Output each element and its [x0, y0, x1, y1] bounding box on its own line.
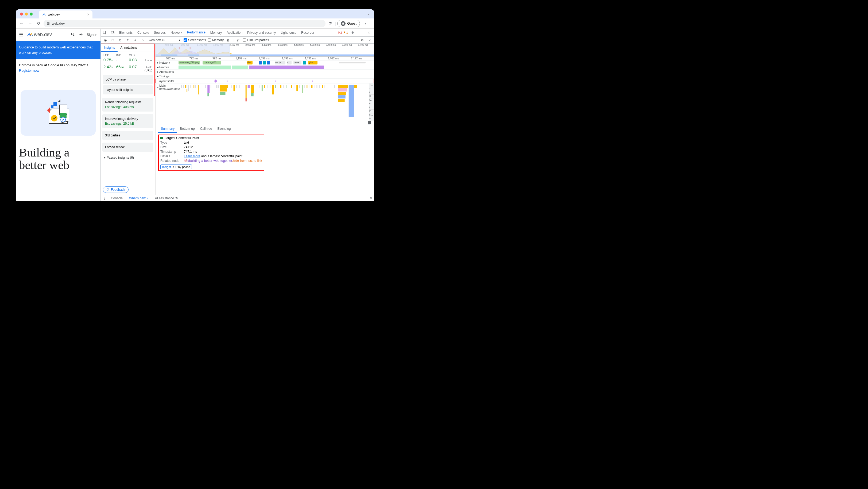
tab-list-button[interactable]: ⌄ — [365, 11, 372, 17]
browser-menu-button[interactable]: ⋮ — [361, 21, 370, 26]
network-chip[interactable] — [267, 61, 270, 64]
detail-tab-bottomup[interactable]: Bottom-up — [177, 125, 197, 133]
minimize-window-button[interactable] — [25, 12, 28, 16]
l-marker: L — [368, 121, 371, 124]
tab-close-icon[interactable]: × — [87, 12, 89, 17]
main-thread-track[interactable]: ▾ Main — https://web.dev/ — [156, 83, 374, 125]
frames-track[interactable]: ▸ Frames — [156, 65, 374, 69]
new-tab-button[interactable]: + — [95, 11, 97, 16]
search-icon[interactable]: 🔍︎ — [70, 32, 75, 37]
settings-icon[interactable]: ⚙ — [349, 31, 356, 34]
devtools-tab-lighthouse[interactable]: Lighthouse — [278, 29, 299, 37]
home-button[interactable]: ⌂ — [140, 37, 146, 43]
overview-selection[interactable] — [156, 44, 230, 56]
url-field[interactable]: ⊟ web.dev — [43, 20, 326, 27]
shortcuts-button[interactable]: ⇄ — [235, 37, 241, 43]
svg-rect-71 — [316, 85, 317, 88]
insight-forced-reflow[interactable]: Forced reflow — [102, 143, 153, 152]
download-button[interactable]: ↧ — [132, 37, 138, 43]
upload-button[interactable]: ↥ — [125, 37, 131, 43]
related-node-link[interactable]: h3#building-a-better-web-together.hide-f… — [184, 159, 262, 163]
network-chip[interactable] — [259, 61, 262, 64]
network-chip[interactable]: r… — [287, 61, 291, 64]
network-track[interactable]: ▸ Network ome-blue_720.png …ature_480… d… — [156, 60, 374, 65]
svg-rect-43 — [236, 85, 237, 88]
perf-settings-icon[interactable]: ⚙ — [359, 37, 365, 43]
network-chip[interactable] — [303, 61, 306, 64]
inspect-icon[interactable] — [101, 31, 109, 34]
insight-layout-shift[interactable]: Layout shift culprits — [103, 85, 153, 94]
more-icon[interactable]: ⋮ — [357, 31, 365, 34]
labs-icon[interactable]: ⚗ — [327, 20, 334, 27]
drawer-tab-close-icon[interactable]: × — [147, 196, 149, 200]
insight-3rd-parties[interactable]: 3rd parties — [102, 131, 153, 140]
memory-checkbox[interactable]: Memory — [208, 38, 224, 42]
insight-render-blocking[interactable]: Render blocking requests Est savings: 40… — [102, 98, 153, 112]
learn-more-link[interactable]: Learn more — [184, 154, 200, 158]
feedback-button[interactable]: ⚗ Feedback — [103, 186, 128, 193]
timings-track[interactable]: ▸ Timings — [156, 74, 374, 79]
devtools-tab-recorder[interactable]: Recorder — [299, 29, 317, 37]
svg-rect-78 — [338, 92, 346, 95]
insight-chip[interactable]: Insight LCP by phase — [160, 165, 192, 169]
network-chip[interactable]: devs — [293, 61, 302, 64]
gc-button[interactable]: 🗑 — [225, 37, 231, 43]
screenshots-checkbox[interactable]: Screenshots — [184, 38, 206, 42]
animations-track[interactable]: ▸ Animations — [156, 69, 374, 74]
error-badge[interactable]: ⊗2 — [338, 31, 342, 34]
svg-rect-40 — [220, 92, 225, 95]
detail-tab-summary[interactable]: Summary — [158, 125, 177, 133]
hamburger-menu-icon[interactable]: ☰ — [19, 32, 23, 38]
back-button[interactable]: ← — [18, 20, 25, 27]
page-logo[interactable]: web.dev — [27, 32, 52, 37]
network-chip[interactable]: …ature_480… — [203, 61, 221, 64]
device-toggle-icon[interactable] — [109, 31, 117, 34]
drawer-menu-icon[interactable]: ⋮ — [103, 196, 106, 200]
network-chip[interactable]: gtm…. — [308, 61, 317, 64]
insights-tab-insights[interactable]: Insights — [101, 44, 118, 52]
drawer-tab-whatsnew[interactable]: What's new × — [127, 195, 150, 201]
guest-profile-button[interactable]: ◉ Guest — [337, 20, 360, 27]
insight-image-delivery[interactable]: Improve image delivery Est savings: 25.0… — [102, 114, 153, 128]
clear-button[interactable]: ⊘ — [117, 37, 123, 43]
detail-ruler[interactable]: 592 ms792 ms992 ms1,192 ms1,392 ms1,592 … — [156, 57, 374, 60]
insight-lcp-phase[interactable]: LCP by phase — [103, 75, 153, 84]
devtools-tab-application[interactable]: Application — [224, 29, 245, 37]
network-scrollbar[interactable] — [339, 62, 366, 63]
devtools-tab-sources[interactable]: Sources — [152, 29, 168, 37]
register-link[interactable]: Register now — [19, 68, 39, 73]
devtools-tab-privacy[interactable]: Privacy and security — [245, 29, 278, 37]
detail-tab-calltree[interactable]: Call tree — [197, 125, 215, 133]
devtools-tab-elements[interactable]: Elements — [117, 29, 135, 37]
devtools-tab-performance[interactable]: Performance — [185, 29, 208, 37]
drawer-close-icon[interactable]: × — [370, 196, 372, 200]
signin-link[interactable]: Sign in — [87, 33, 97, 37]
perf-help-icon[interactable]: ? — [367, 37, 373, 43]
recording-select[interactable]: web.dev #2 ▾ — [147, 38, 182, 42]
detail-tab-eventlog[interactable]: Event log — [215, 125, 233, 133]
forward-button[interactable]: → — [27, 20, 34, 27]
warning-badge[interactable]: ⚑1 — [343, 31, 348, 34]
passed-insights-toggle[interactable]: ▸ Passed insights (6) — [101, 153, 155, 162]
theme-toggle-icon[interactable]: ☀ — [79, 32, 83, 37]
maximize-window-button[interactable] — [30, 12, 33, 16]
record-button[interactable]: ◉ — [102, 37, 108, 43]
network-chip[interactable]: ome-blue_720.png — [179, 61, 200, 64]
close-window-button[interactable] — [20, 12, 23, 16]
close-devtools-icon[interactable]: × — [366, 31, 372, 34]
reload-button[interactable]: ⟳ — [35, 20, 42, 27]
devtools-tab-network[interactable]: Network — [168, 29, 185, 37]
reload-record-button[interactable]: ⟳ — [110, 37, 116, 43]
network-chip[interactable]: dev — [247, 61, 252, 64]
network-chip[interactable] — [263, 61, 266, 64]
devtools-tab-memory[interactable]: Memory — [208, 29, 224, 37]
site-settings-icon[interactable]: ⊟ — [47, 21, 50, 25]
insights-tab-annotations[interactable]: Annotations — [118, 44, 140, 52]
drawer-tab-console[interactable]: Console — [109, 195, 124, 201]
layout-shifts-track[interactable]: Layout shifts — [156, 79, 374, 83]
network-chip[interactable]: ne (w — [275, 61, 285, 64]
dim-3p-checkbox[interactable]: Dim 3rd parties — [243, 38, 269, 42]
browser-tab[interactable]: web.dev × — [39, 10, 92, 19]
drawer-tab-ai[interactable]: AI assistance ⚗ — [153, 195, 180, 201]
devtools-tab-console[interactable]: Console — [135, 29, 152, 37]
